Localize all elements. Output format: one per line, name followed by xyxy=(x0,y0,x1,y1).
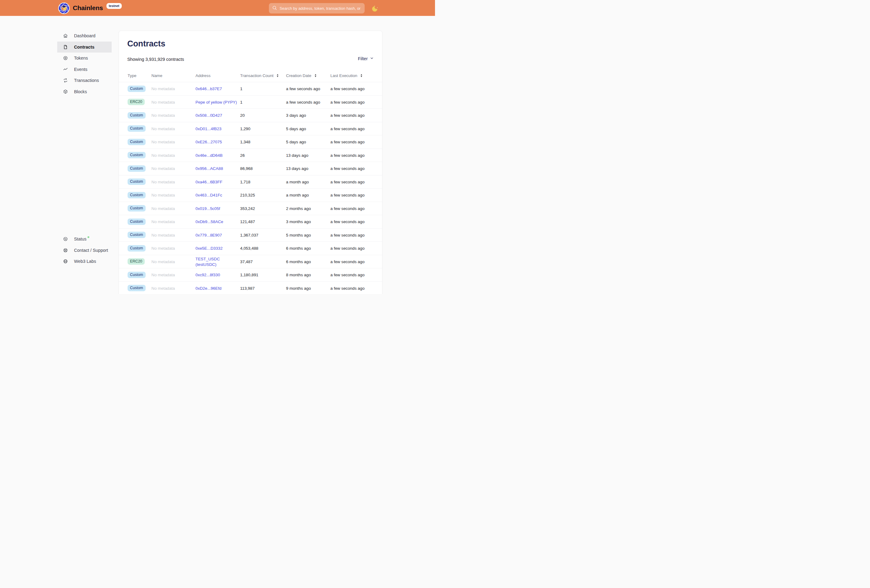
address-cell: Pepe of yellow (PYPY) xyxy=(195,99,240,105)
table-row: CustomNo metadata0x019...5c05f353,2422 m… xyxy=(119,202,382,215)
contract-address-link[interactable]: 0xc92...8f330 xyxy=(195,273,220,277)
last-execution: a few seconds ago xyxy=(331,180,365,184)
type-badge: Custom xyxy=(128,232,146,238)
contract-address-link[interactable]: 0x956...ACA88 xyxy=(195,166,223,171)
address-cell: 0x46e...dD64B xyxy=(195,153,240,158)
search-box[interactable] xyxy=(269,3,365,13)
type-cell: Custom xyxy=(128,192,151,198)
transaction-count-cell: 1,180,891 xyxy=(240,272,286,278)
column-header-last-execution[interactable]: Last Execution xyxy=(331,73,382,78)
contract-address-link[interactable]: 0x508...0D427 xyxy=(195,113,222,118)
contract-address-link[interactable]: 0x46e...dD64B xyxy=(195,153,223,158)
type-cell: Custom xyxy=(128,152,151,158)
contract-address-link[interactable]: Pepe of yellow (PYPY) xyxy=(195,100,237,104)
transaction-count-cell: 1,290 xyxy=(240,126,286,131)
sidebar-item-contact-support[interactable]: Contact / Support xyxy=(57,245,112,256)
sidebar-nav: DashboardContractsTokensEventsTransactio… xyxy=(57,30,112,97)
creation-date-cell: 3 days ago xyxy=(286,113,331,118)
transaction-count-cell: 1,367,037 xyxy=(240,232,286,238)
filter-button[interactable]: Filter xyxy=(358,56,374,61)
last-execution-cell: a few seconds ago xyxy=(331,139,382,144)
last-execution: a few seconds ago xyxy=(331,220,365,224)
address-cell: 0xE26...27075 xyxy=(195,139,240,144)
last-execution-cell: a few seconds ago xyxy=(331,166,382,171)
testnet-badge: testnet xyxy=(106,3,122,9)
sidebar-item-blocks[interactable]: Blocks xyxy=(57,86,112,98)
transaction-count: 20 xyxy=(240,113,245,118)
sort-icon[interactable] xyxy=(276,74,279,78)
address-cell: 0x646...b37E7 xyxy=(195,86,240,91)
contract-address-link[interactable]: 0xE26...27075 xyxy=(195,140,222,144)
contract-name: No metadata xyxy=(151,233,175,238)
contract-address-link[interactable]: 0xa46...6B3FF xyxy=(195,180,222,184)
transaction-count: 121,487 xyxy=(240,220,255,224)
sidebar-item-status[interactable]: Status xyxy=(57,233,112,245)
search-input[interactable] xyxy=(280,6,362,11)
contract-name: No metadata xyxy=(151,140,175,144)
contract-address-link[interactable]: 0xe5E...D3332 xyxy=(195,246,223,251)
last-execution: a few seconds ago xyxy=(331,260,365,264)
last-execution-cell: a few seconds ago xyxy=(331,245,382,251)
sort-icon[interactable] xyxy=(314,74,317,78)
table-row: CustomNo metadata0x46e...dD64B2613 days … xyxy=(119,149,382,162)
contract-name: No metadata xyxy=(151,260,175,264)
sidebar-item-web3-labs[interactable]: Web3 Labs xyxy=(57,256,112,267)
sidebar-item-events[interactable]: Events xyxy=(57,64,112,75)
last-execution: a few seconds ago xyxy=(331,153,365,158)
contract-address-link[interactable]: TEST_USDC (testUSDC) xyxy=(195,257,220,267)
column-header-label: Last Execution xyxy=(331,73,357,78)
sidebar-item-label: Contracts xyxy=(74,45,95,49)
contract-address-link[interactable]: 0x463...D41Fc xyxy=(195,193,222,197)
home-icon xyxy=(63,33,68,38)
contract-address-link[interactable]: 0x779...8E907 xyxy=(195,233,222,238)
summary-row: Showing 3,931,929 contracts Filter xyxy=(119,57,382,62)
sidebar-item-label: Dashboard xyxy=(74,33,95,38)
sidebar-item-contracts[interactable]: Contracts xyxy=(57,42,112,53)
last-execution-cell: a few seconds ago xyxy=(331,86,382,91)
contract-address-link[interactable]: 0xDb9...58ACe xyxy=(195,220,223,224)
type-cell: Custom xyxy=(128,165,151,172)
type-cell: Custom xyxy=(128,272,151,278)
sidebar-item-transactions[interactable]: Transactions xyxy=(57,75,112,86)
contract-name: No metadata xyxy=(151,153,175,158)
address-cell: 0xD01...4fB23 xyxy=(195,126,240,131)
last-execution: a few seconds ago xyxy=(331,166,365,171)
sort-icon[interactable] xyxy=(360,74,363,78)
column-header-creation-date[interactable]: Creation Date xyxy=(286,73,331,78)
last-execution: a few seconds ago xyxy=(331,126,365,131)
filter-label: Filter xyxy=(358,56,368,61)
name-cell: No metadata xyxy=(151,219,195,224)
contract-address-link[interactable]: 0xD2e...96Efd xyxy=(195,286,222,291)
creation-date-cell: 13 days ago xyxy=(286,153,331,158)
contract-address-link[interactable]: 0x019...5c05f xyxy=(195,206,220,211)
transaction-count: 1 xyxy=(240,100,242,104)
type-cell: Custom xyxy=(128,245,151,251)
transaction-count-cell: 26 xyxy=(240,153,286,158)
page-title: Contracts xyxy=(127,39,382,49)
creation-date: 5 days ago xyxy=(286,126,306,131)
contract-address-link[interactable]: 0xD01...4fB23 xyxy=(195,126,222,131)
last-execution: a few seconds ago xyxy=(331,193,365,197)
last-execution-cell: a few seconds ago xyxy=(331,192,382,198)
creation-date: a few seconds ago xyxy=(286,86,320,91)
contract-address-link[interactable]: 0x646...b37E7 xyxy=(195,86,222,91)
last-execution: a few seconds ago xyxy=(331,100,365,104)
theme-toggle-button[interactable] xyxy=(372,4,379,12)
creation-date: 13 days ago xyxy=(286,153,308,158)
sidebar-item-tokens[interactable]: Tokens xyxy=(57,53,112,64)
contract-name: No metadata xyxy=(151,100,175,104)
transaction-count: 4,053,488 xyxy=(240,246,258,251)
last-execution-cell: a few seconds ago xyxy=(331,126,382,131)
column-header-transaction-count[interactable]: Transaction Count xyxy=(240,73,286,78)
creation-date: a month ago xyxy=(286,193,309,197)
sidebar-item-dashboard[interactable]: Dashboard xyxy=(57,30,112,42)
brand[interactable]: Chainlens testnet xyxy=(58,0,122,16)
sidebar-item-label: Transactions xyxy=(74,78,99,83)
type-cell: ERC20 xyxy=(128,258,151,265)
table-row: CustomNo metadata0xc92...8f3301,180,8918… xyxy=(119,268,382,282)
sidebar-footer-nav: StatusContact / SupportWeb3 Labs xyxy=(57,233,112,267)
column-header-label: Address xyxy=(195,73,210,78)
type-badge: Custom xyxy=(128,139,146,145)
creation-date: 8 months ago xyxy=(286,273,311,277)
contract-name: No metadata xyxy=(151,206,175,211)
